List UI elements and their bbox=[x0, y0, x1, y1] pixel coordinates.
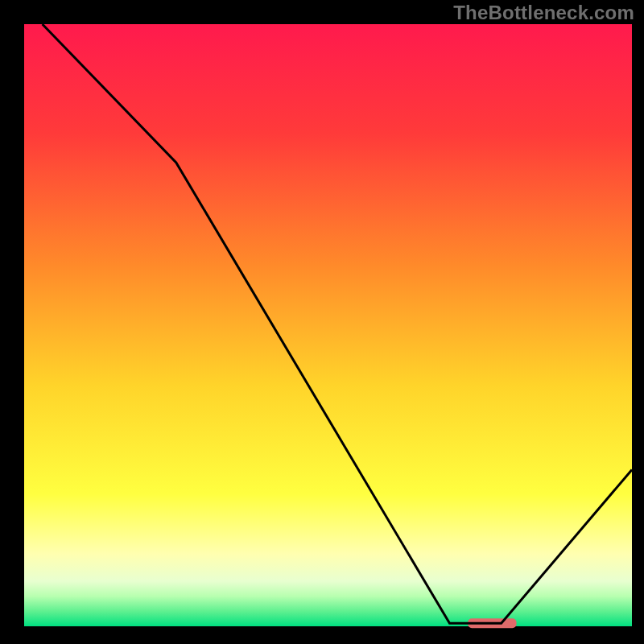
bottleneck-chart bbox=[0, 0, 644, 644]
plot-background bbox=[24, 24, 632, 626]
chart-container: TheBottleneck.com bbox=[0, 0, 644, 644]
watermark-text: TheBottleneck.com bbox=[453, 2, 634, 24]
